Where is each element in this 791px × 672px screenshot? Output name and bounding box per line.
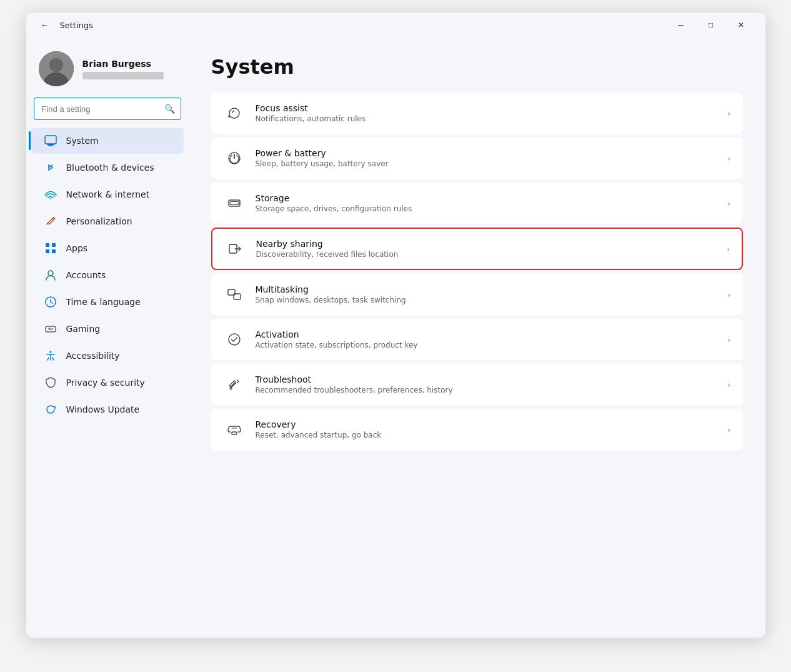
titlebar-controls: ─ □ ✕ [667,15,755,35]
svg-point-22 [238,203,239,204]
svg-rect-6 [48,145,53,146]
time-icon [44,295,57,309]
svg-rect-21 [230,202,239,205]
main-layout: Brian Burgess 🔍 [26,38,765,638]
svg-rect-11 [46,249,49,253]
user-name: Brian Burgess [82,59,176,69]
avatar[interactable] [39,51,74,86]
activation-text: Activation Activation state, subscriptio… [256,329,718,349]
power-icon [223,147,246,169]
svg-point-16 [52,328,53,329]
settings-item-nearby-sharing[interactable]: Nearby sharing Discoverability, received… [211,228,743,270]
sidebar-item-label-gaming: Gaming [66,324,101,334]
settings-item-focus-assist[interactable]: Focus assist Notifications, automatic ru… [211,93,743,134]
titlebar-left: ← Settings [36,16,667,34]
power-desc: Sleep, battery usage, battery saver [256,159,718,168]
svg-rect-28 [232,432,237,434]
settings-item-recovery[interactable]: Recovery Reset, advanced startup, go bac… [211,409,743,450]
activation-chevron: › [727,335,730,344]
sidebar-nav: System Bluetooth & devices [26,128,189,423]
nearby-sharing-title: Nearby sharing [256,239,717,249]
sidebar: Brian Burgess 🔍 [26,38,189,638]
sidebar-item-label-accessibility: Accessibility [66,351,120,361]
user-email [82,72,164,79]
titlebar: ← Settings ─ □ ✕ [26,13,765,38]
gaming-icon [44,322,57,336]
back-button[interactable]: ← [36,16,54,34]
nearby-sharing-text: Nearby sharing Discoverability, received… [256,239,717,259]
close-button[interactable]: ✕ [727,15,755,35]
settings-item-power[interactable]: Power & battery Sleep, battery usage, ba… [211,138,743,179]
power-chevron: › [727,154,730,163]
storage-chevron: › [727,199,730,208]
sidebar-item-label-personalization: Personalization [66,216,132,226]
personalization-icon [44,214,57,228]
activation-desc: Activation state, subscriptions, product… [256,341,718,349]
maximize-button[interactable]: □ [697,15,725,35]
storage-title: Storage [256,193,718,203]
power-text: Power & battery Sleep, battery usage, ba… [256,148,718,168]
multitasking-desc: Snap windows, desktops, task switching [256,296,718,304]
sidebar-item-network[interactable]: Network & internet [31,181,184,208]
troubleshoot-text: Troubleshoot Recommended troubleshooters… [256,374,718,394]
focus-assist-text: Focus assist Notifications, automatic ru… [256,103,718,123]
multitasking-text: Multitasking Snap windows, desktops, tas… [256,284,718,304]
focus-assist-desc: Notifications, automatic rules [256,114,718,123]
activation-icon [223,328,246,351]
settings-item-multitasking[interactable]: Multitasking Snap windows, desktops, tas… [211,274,743,315]
settings-item-troubleshoot[interactable]: Troubleshoot Recommended troubleshooters… [211,364,743,405]
sidebar-item-label-system: System [66,136,99,146]
svg-rect-7 [47,144,54,145]
storage-icon [223,192,246,214]
sidebar-item-bluetooth[interactable]: Bluetooth & devices [31,154,184,181]
svg-point-27 [230,388,232,389]
multitasking-chevron: › [727,290,730,299]
sidebar-item-label-bluetooth: Bluetooth & devices [66,163,154,173]
sidebar-item-accounts[interactable]: Accounts [31,262,184,288]
sidebar-item-update[interactable]: Windows Update [31,396,184,423]
focus-assist-title: Focus assist [256,103,718,113]
accounts-icon [44,268,57,282]
accessibility-icon [44,349,57,363]
privacy-icon [44,376,57,389]
svg-point-26 [229,334,240,345]
nearby-sharing-chevron: › [727,244,730,254]
troubleshoot-desc: Recommended troubleshooters, preferences… [256,386,718,394]
activation-title: Activation [256,329,718,339]
svg-point-8 [50,198,51,199]
storage-desc: Storage space, drives, configuration rul… [256,204,718,213]
multitasking-title: Multitasking [256,284,718,294]
multitasking-icon [223,283,246,306]
search-box: 🔍 [34,98,181,120]
recovery-text: Recovery Reset, advanced startup, go bac… [256,419,718,439]
svg-rect-5 [45,136,56,144]
settings-item-storage[interactable]: Storage Storage space, drives, configura… [211,183,743,224]
avatar-image [39,51,74,86]
window-title: Settings [60,21,93,30]
nearby-sharing-desc: Discoverability, received files location [256,250,717,259]
sidebar-item-personalization[interactable]: Personalization [31,208,184,234]
main-content: System Focus assist Notifications, autom… [189,38,765,638]
focus-assist-chevron: › [727,109,730,118]
recovery-icon [223,418,246,441]
settings-item-activation[interactable]: Activation Activation state, subscriptio… [211,319,743,360]
sidebar-item-label-time: Time & language [66,297,141,307]
search-input[interactable] [34,98,181,120]
recovery-desc: Reset, advanced startup, go back [256,431,718,439]
sidebar-item-accessibility[interactable]: Accessibility [31,343,184,369]
settings-window: ← Settings ─ □ ✕ [26,13,765,638]
sidebar-item-time[interactable]: Time & language [31,289,184,315]
power-title: Power & battery [256,148,718,158]
troubleshoot-title: Troubleshoot [256,374,718,384]
bluetooth-icon [44,161,57,174]
minimize-button[interactable]: ─ [667,15,695,35]
recovery-chevron: › [727,425,730,434]
sidebar-item-gaming[interactable]: Gaming [31,316,184,342]
sidebar-item-privacy[interactable]: Privacy & security [31,369,184,396]
troubleshoot-chevron: › [727,380,730,389]
sidebar-item-label-apps: Apps [66,243,88,253]
sidebar-item-system[interactable]: System [31,128,184,154]
sidebar-item-apps[interactable]: Apps [31,235,184,261]
apps-icon [44,241,57,255]
svg-rect-10 [52,243,56,247]
